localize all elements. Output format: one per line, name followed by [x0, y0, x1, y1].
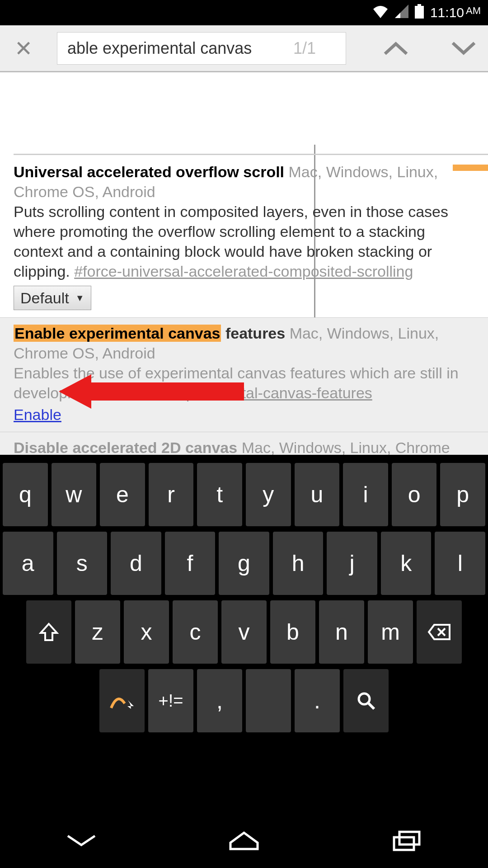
- key-u[interactable]: u: [295, 463, 340, 526]
- key-k[interactable]: k: [381, 532, 432, 595]
- find-next-button[interactable]: [450, 40, 477, 57]
- key-w[interactable]: w: [52, 463, 97, 526]
- close-find-button[interactable]: ✕: [5, 36, 42, 61]
- key-l[interactable]: l: [435, 532, 485, 595]
- svg-rect-1: [415, 6, 424, 19]
- key-period[interactable]: .: [295, 669, 340, 732]
- find-input-container[interactable]: 1/1: [57, 32, 346, 65]
- key-p[interactable]: p: [440, 463, 485, 526]
- svg-line-5: [368, 703, 374, 709]
- key-r[interactable]: r: [149, 463, 194, 526]
- key-space[interactable]: [246, 669, 291, 732]
- key-m[interactable]: m: [368, 600, 413, 664]
- key-a[interactable]: a: [3, 532, 53, 595]
- key-b[interactable]: b: [270, 600, 315, 664]
- key-j[interactable]: j: [327, 532, 377, 595]
- dropdown-triangle-icon: ▼: [75, 288, 84, 308]
- key-v[interactable]: v: [221, 600, 267, 664]
- find-highlight: Enable experimental canvas: [14, 325, 221, 342]
- key-x[interactable]: x: [124, 600, 169, 664]
- nav-home-button[interactable]: [226, 829, 262, 854]
- flag-item: Universal accelerated overflow scroll Ma…: [0, 156, 488, 318]
- key-d[interactable]: d: [111, 532, 161, 595]
- key-c[interactable]: c: [173, 600, 218, 664]
- key-y[interactable]: y: [246, 463, 291, 526]
- android-nav-bar: [0, 815, 488, 868]
- find-prev-button[interactable]: [382, 40, 409, 57]
- nav-back-button[interactable]: [63, 831, 99, 851]
- flags-page-content[interactable]: Universal accelerated overflow scroll Ma…: [0, 72, 488, 455]
- wifi-icon: [372, 5, 389, 21]
- key-shift[interactable]: [26, 600, 71, 664]
- clock-text: 11:10AM: [430, 5, 481, 20]
- flag-title: Disable accelerated 2D canvas: [14, 439, 237, 455]
- flag-item: Enable experimental canvas features Mac,…: [0, 318, 488, 432]
- key-i[interactable]: i: [343, 463, 388, 526]
- key-z[interactable]: z: [75, 600, 120, 664]
- key-g[interactable]: g: [219, 532, 269, 595]
- key-e[interactable]: e: [100, 463, 145, 526]
- key-t[interactable]: t: [197, 463, 242, 526]
- flag-select-value: Default: [20, 288, 69, 308]
- battery-icon: [415, 4, 424, 22]
- key-n[interactable]: n: [319, 600, 364, 664]
- flag-title: Enable experimental canvas features: [14, 325, 290, 342]
- flag-hash-link[interactable]: #enable-experimental-canvas-features: [110, 384, 372, 401]
- key-symbols[interactable]: +!=: [148, 669, 193, 732]
- flag-hash-link[interactable]: #force-universal-accelerated-composited-…: [74, 263, 413, 280]
- flag-item: Disable accelerated 2D canvas Mac, Windo…: [0, 432, 488, 455]
- key-h[interactable]: h: [273, 532, 324, 595]
- status-bar: 11:10AM: [0, 0, 488, 25]
- key-search[interactable]: [343, 669, 389, 732]
- key-swype[interactable]: [99, 669, 145, 732]
- key-s[interactable]: s: [57, 532, 108, 595]
- find-in-page-bar: ✕ 1/1: [0, 25, 488, 72]
- flag-title: Universal accelerated overflow scroll: [14, 163, 284, 180]
- key-o[interactable]: o: [392, 463, 437, 526]
- find-counter: 1/1: [293, 39, 316, 58]
- flag-select[interactable]: Default ▼: [14, 286, 91, 310]
- key-backspace[interactable]: [417, 600, 462, 664]
- key-f[interactable]: f: [165, 532, 216, 595]
- nav-recent-button[interactable]: [389, 829, 425, 854]
- svg-point-4: [359, 693, 370, 704]
- cell-signal-icon: [395, 5, 408, 21]
- svg-rect-0: [418, 4, 421, 6]
- flag-enable-link[interactable]: Enable: [14, 405, 61, 425]
- key-comma[interactable]: ,: [197, 669, 242, 732]
- key-q[interactable]: q: [3, 463, 48, 526]
- find-input[interactable]: [67, 39, 293, 58]
- soft-keyboard: q w e r t y u i o p a s d f g h j k l z …: [0, 455, 488, 815]
